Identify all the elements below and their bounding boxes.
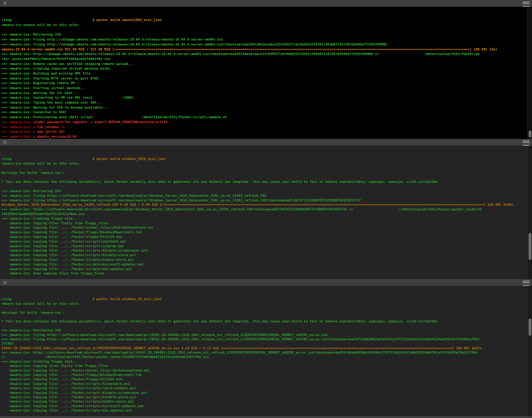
terminal-line: 18362.30.190401-1528.19h1_release_svc_re… [2, 346, 527, 350]
terminal-line: ==> vmware-iso: Retrieving ISO [2, 189, 527, 193]
scrollbar-thumb[interactable] [529, 319, 531, 336]
terminal-text-segment: ubuntu-18.04.4-server-amd64.iso 921.00 M… [2, 47, 497, 51]
terminal-line: ==> vmware-iso: https://software-downloa… [2, 350, 527, 355]
terminal-line: vmware-iso: Copying file: ../../Packer/s… [2, 267, 527, 271]
terminal-text-segment: vmware-iso: Copying file: ../../Packer/s… [2, 239, 126, 243]
terminal-line: Windows_Server_2016_Datacenter_EVAL_en-u… [2, 202, 527, 207]
terminal-output-windows10[interactable]: clong $ packer build windows_10_esxi.jso… [0, 286, 527, 416]
terminal-text-segment: $ packer build windows_10_esxi.json [11, 297, 162, 301]
terminal-line: vmware-iso: Copying file: ../../Packer/s… [2, 248, 527, 253]
terminal-line: ==> vmware-iso: Creating required virtua… [2, 66, 527, 71]
terminal-text-segment: 1055098d7ba8d2d635babf6bb76518512afbde.i… [2, 212, 85, 216]
terminal-line: vmware-iso output will be in this color. [2, 161, 527, 166]
terminal-text-segment: vmware-iso: Copying files flatly from fl… [2, 364, 108, 368]
terminal-text-segment: Warnings for build 'vmware-iso': [2, 311, 65, 314]
terminal-text-segment: + ubuntu_version=18.04 [33, 135, 76, 138]
close-icon[interactable] [2, 140, 7, 145]
terminal-line [2, 324, 527, 328]
terminal-line: vmware-iso output will be in this color. [2, 301, 527, 306]
terminal-text-segment: vmware-iso: Copying file: ../../Packer/s… [2, 391, 148, 394]
terminal-text-segment: clong [2, 297, 11, 301]
terminal-line: ==> vmware-iso: Trying https://software-… [2, 333, 527, 337]
terminal-text-segment: vmware-iso: Copying file: ../../Packer/f… [2, 373, 142, 377]
terminal-line [2, 175, 527, 180]
terminal-line: 1055098d7ba8d2d635babf6bb76518512afbde.i… [2, 212, 527, 216]
terminal-line: ==> vmware-iso: Trying http://cdimage.ub… [2, 37, 527, 42]
terminal-text-segment: ==> vmware-iso: Registering remote VM... [2, 81, 81, 85]
terminal-text-segment: * Your vmx data contains the following v… [2, 180, 438, 183]
terminal-line: ==> vmware-iso: Starting virtual machine… [2, 86, 527, 91]
terminal-line [2, 28, 527, 32]
terminal-line: ubuntu-18.04.4-server-amd64.iso 921.00 M… [2, 47, 527, 52]
terminal-line: vmware-iso: Copying file: ../../Packer/f… [2, 235, 527, 239]
close-icon[interactable] [2, 1, 7, 6]
terminal-line [2, 315, 527, 319]
pane3-titlebar [0, 279, 532, 286]
terminal-line: ==> vmware-iso: Retrieving ISO [2, 32, 527, 37]
terminal-text-segment: clong [2, 18, 11, 22]
terminal-text-segment: $ packer build windows_2016_esxi.json [11, 157, 165, 161]
close-icon[interactable] [2, 280, 7, 285]
terminal-output-windows2016[interactable]: clong $ packer build windows_2016_esxi.j… [0, 146, 527, 279]
terminal-line: ==> vmware-iso: Typing the boot command … [2, 100, 527, 105]
terminal-line: vmware-iso: Copying file: ../../Packer/s… [2, 262, 527, 267]
terminal-text-segment: + awk {print $2} [33, 130, 65, 133]
terminal-line: vmware-iso: Done copying files from flop… [2, 271, 527, 276]
terminal-text-segment: vmware-iso: Copying file: ../../Packer/s… [2, 408, 132, 412]
terminal-text-segment: ==> vmware-iso: https://software-downloa… [2, 351, 477, 354]
scrollbar-thumb[interactable] [529, 233, 531, 260]
terminal-text-segment: ==> vmware-iso: [2, 125, 33, 129]
terminal-line: ==> vmware-iso: Provisioning with shell … [2, 115, 527, 120]
terminal-text-segment: vmware-iso: Done copying files from flop… [2, 271, 104, 275]
terminal-text-segment: cker_cache/e6d790e1cf0dcbca7fefef75468ac… [2, 57, 110, 61]
terminal-line: vmware-iso: Copying file: ../../Packer/s… [2, 390, 527, 395]
pane4-titlebar-partial [0, 416, 532, 418]
terminal-text-segment: ==> vmware-iso: Trying http://cdimage.ub… [2, 42, 387, 46]
terminal-line: ==> vmware-iso: Starting HTTP server on … [2, 76, 527, 81]
terminal-line: ==> vmware-iso: Registering remote VM... [2, 81, 527, 86]
terminal-line: ==> vmware-iso: [sudo] password for vagr… [2, 120, 527, 125]
terminal-line: vmware-iso: Copying files flatly from fl… [2, 221, 527, 226]
terminal-text-segment: ==> vmware-iso: http://cdimage.ubuntu.co… [2, 52, 479, 56]
hamburger-menu-icon[interactable] [523, 2, 530, 7]
terminal-output-ubuntu1804[interactable]: clong $ packer build ubuntu1804_esxi.jso… [0, 7, 527, 139]
terminal-line: ==> vmware-iso: Remote cache was verifie… [2, 62, 527, 67]
hamburger-menu-icon[interactable] [523, 140, 530, 146]
terminal-text-segment: ==> vmware-iso: Creating floppy disk... [2, 217, 79, 220]
terminal-line: vmware-iso: Copying file: ../../Packer/a… [2, 368, 527, 373]
terminal-line: 2f79b3 [2, 341, 527, 346]
terminal-line: ==> vmware-iso: https://software-downloa… [2, 207, 527, 212]
pane2-scrollbar[interactable] [527, 146, 532, 279]
terminal-text-segment: vmware-iso: Copying file: ../../Packer/s… [2, 382, 130, 386]
terminal-line: => /detectionlab/ESXi/Packer/packer_cach… [2, 355, 527, 359]
terminal-line [2, 306, 527, 310]
terminal-line: clong $ packer build windows_2016_esxi.j… [2, 157, 527, 161]
terminal-line: ==> vmware-iso: Trying https://software-… [2, 193, 527, 198]
terminal-line: ==> vmware-iso: Connected to SSH! [2, 110, 527, 115]
terminal-text-segment: ==> vmware-iso: [2, 120, 33, 124]
terminal-text-segment: ==> vmware-iso: Connecting to VM via VNC… [2, 96, 134, 99]
terminal-line: clong $ packer build ubuntu1804_esxi.jso… [2, 18, 527, 23]
terminal-text-segment: ==> vmware-iso: Retrieving ISO [2, 32, 61, 36]
terminal-line: ==> vmware-iso: Building and writing VMX… [2, 71, 527, 76]
terminal-text-segment: ==> vmware-iso: https://software-downloa… [2, 207, 482, 211]
hamburger-menu-icon[interactable] [523, 281, 530, 286]
terminal-text-segment: vmware-iso: Copying file: ../../Packer/f… [2, 235, 122, 239]
terminal-line: cker_cache/e6d790e1cf0dcbca7fefef75468ac… [2, 57, 527, 62]
pane3-scrollbar[interactable] [527, 286, 532, 416]
terminal-text-segment: vmware-iso: Copying file: ../../Packer/f… [2, 377, 122, 381]
pane1-scrollbar[interactable] [527, 7, 532, 139]
terminal-text-segment: * Your vmx data contains the following v… [2, 319, 438, 323]
terminal-line: ==> vmware-iso: Trying http://cdimage.ub… [2, 42, 527, 47]
terminal-text-segment: vmware-iso: Copying file: ../../Packer/f… [2, 230, 142, 234]
terminal-text-segment: $ packer build ubuntu1804_esxi.json [11, 18, 162, 22]
terminal-text-segment: ==> vmware-iso: [2, 135, 33, 138]
terminal-line: vmware-iso: Copying file: ../../Packer/a… [2, 225, 527, 230]
terminal-text-segment: 2f79b3 [2, 342, 13, 345]
terminal-text-segment: ==> vmware-iso: Trying https://software-… [2, 198, 361, 202]
terminal-window: clong $ packer build ubuntu1804_esxi.jso… [0, 0, 532, 418]
scrollbar-thumb[interactable] [529, 131, 531, 137]
terminal-text-segment: [sudo] password for vagrant: + export DE… [33, 120, 168, 124]
terminal-line: ==> vmware-iso: Waiting for SSH to becom… [2, 105, 527, 110]
terminal-line [2, 184, 527, 189]
